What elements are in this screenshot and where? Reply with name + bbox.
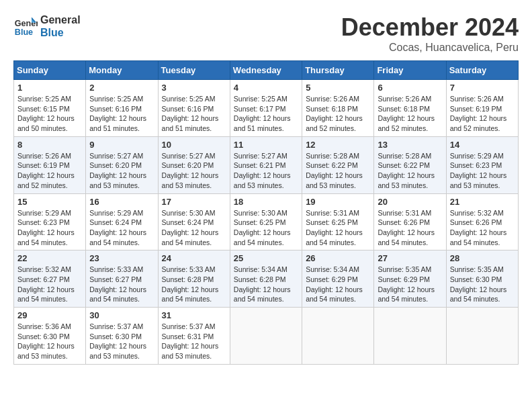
day-number: 6 — [378, 83, 442, 93]
day-info: Sunrise: 5:33 AM Sunset: 6:28 PM Dayligh… — [162, 265, 226, 304]
day-number: 14 — [450, 140, 515, 150]
calendar-cell: 20 Sunrise: 5:31 AM Sunset: 6:26 PM Dayl… — [374, 193, 446, 250]
calendar-cell: 1 Sunrise: 5:25 AM Sunset: 6:15 PM Dayli… — [14, 80, 86, 137]
calendar-cell: 5 Sunrise: 5:26 AM Sunset: 6:18 PM Dayli… — [302, 80, 374, 137]
day-number: 17 — [162, 197, 226, 207]
day-number: 15 — [17, 197, 82, 207]
calendar-cell — [374, 308, 446, 365]
calendar-cell: 14 Sunrise: 5:29 AM Sunset: 6:23 PM Dayl… — [446, 136, 518, 193]
day-number: 28 — [450, 253, 515, 263]
day-number: 25 — [234, 253, 298, 263]
calendar-cell: 8 Sunrise: 5:26 AM Sunset: 6:19 PM Dayli… — [14, 136, 86, 193]
calendar-cell: 28 Sunrise: 5:35 AM Sunset: 6:30 PM Dayl… — [446, 250, 518, 308]
logo-general: General — [40, 13, 81, 26]
calendar-cell: 27 Sunrise: 5:35 AM Sunset: 6:29 PM Dayl… — [374, 250, 446, 308]
day-info: Sunrise: 5:26 AM Sunset: 6:18 PM Dayligh… — [378, 94, 442, 134]
day-info: Sunrise: 5:34 AM Sunset: 6:28 PM Dayligh… — [234, 265, 298, 304]
day-number: 7 — [450, 83, 515, 93]
day-info: Sunrise: 5:27 AM Sunset: 6:20 PM Dayligh… — [162, 151, 226, 191]
day-number: 27 — [378, 253, 442, 263]
day-info: Sunrise: 5:29 AM Sunset: 6:24 PM Dayligh… — [89, 208, 154, 248]
day-number: 13 — [378, 140, 442, 150]
day-number: 20 — [378, 197, 442, 207]
calendar-cell: 12 Sunrise: 5:28 AM Sunset: 6:22 PM Dayl… — [302, 136, 374, 193]
day-info: Sunrise: 5:36 AM Sunset: 6:30 PM Dayligh… — [17, 322, 82, 361]
svg-text:Blue: Blue — [15, 28, 33, 37]
calendar-cell — [230, 308, 302, 365]
day-info: Sunrise: 5:37 AM Sunset: 6:31 PM Dayligh… — [162, 322, 226, 361]
calendar-cell: 24 Sunrise: 5:33 AM Sunset: 6:28 PM Dayl… — [158, 250, 230, 308]
calendar-cell: 31 Sunrise: 5:37 AM Sunset: 6:31 PM Dayl… — [158, 308, 230, 365]
logo-icon: General Blue — [13, 14, 38, 38]
page-header: General Blue General Blue December 2024 … — [13, 13, 519, 54]
calendar-week-5: 29 Sunrise: 5:36 AM Sunset: 6:30 PM Dayl… — [14, 308, 519, 365]
calendar-cell: 3 Sunrise: 5:25 AM Sunset: 6:16 PM Dayli… — [158, 80, 230, 137]
day-number: 21 — [450, 197, 515, 207]
calendar-week-4: 22 Sunrise: 5:32 AM Sunset: 6:27 PM Dayl… — [14, 250, 519, 308]
calendar-cell: 23 Sunrise: 5:33 AM Sunset: 6:27 PM Dayl… — [86, 250, 158, 308]
weekday-header-sunday: Sunday — [14, 61, 86, 80]
day-number: 22 — [17, 253, 82, 263]
day-info: Sunrise: 5:28 AM Sunset: 6:22 PM Dayligh… — [306, 151, 370, 191]
calendar-cell: 21 Sunrise: 5:32 AM Sunset: 6:26 PM Dayl… — [446, 193, 518, 250]
day-number: 5 — [306, 83, 370, 93]
calendar-header-row: SundayMondayTuesdayWednesdayThursdayFrid… — [14, 61, 519, 80]
logo-blue: Blue — [40, 26, 81, 39]
day-number: 30 — [89, 310, 154, 320]
calendar-cell — [446, 308, 518, 365]
calendar-week-1: 1 Sunrise: 5:25 AM Sunset: 6:15 PM Dayli… — [14, 80, 519, 137]
day-info: Sunrise: 5:27 AM Sunset: 6:20 PM Dayligh… — [89, 151, 154, 191]
weekday-header-saturday: Saturday — [446, 61, 518, 80]
logo: General Blue General Blue — [13, 13, 81, 39]
day-info: Sunrise: 5:31 AM Sunset: 6:26 PM Dayligh… — [378, 208, 442, 248]
day-info: Sunrise: 5:26 AM Sunset: 6:19 PM Dayligh… — [450, 94, 515, 134]
day-info: Sunrise: 5:34 AM Sunset: 6:29 PM Dayligh… — [306, 265, 370, 304]
day-number: 4 — [234, 83, 298, 93]
day-info: Sunrise: 5:37 AM Sunset: 6:30 PM Dayligh… — [89, 322, 154, 361]
day-number: 9 — [89, 140, 154, 150]
calendar-cell: 17 Sunrise: 5:30 AM Sunset: 6:24 PM Dayl… — [158, 193, 230, 250]
calendar-cell: 2 Sunrise: 5:25 AM Sunset: 6:16 PM Dayli… — [86, 80, 158, 137]
calendar-cell: 22 Sunrise: 5:32 AM Sunset: 6:27 PM Dayl… — [14, 250, 86, 308]
day-number: 1 — [17, 83, 82, 93]
calendar-cell: 11 Sunrise: 5:27 AM Sunset: 6:21 PM Dayl… — [230, 136, 302, 193]
day-info: Sunrise: 5:32 AM Sunset: 6:27 PM Dayligh… — [17, 265, 82, 304]
weekday-header-tuesday: Tuesday — [158, 61, 230, 80]
location-title: Cocas, Huancavelica, Peru — [341, 42, 519, 54]
calendar-week-2: 8 Sunrise: 5:26 AM Sunset: 6:19 PM Dayli… — [14, 136, 519, 193]
month-title: December 2024 — [341, 13, 519, 42]
day-number: 10 — [162, 140, 226, 150]
day-info: Sunrise: 5:29 AM Sunset: 6:23 PM Dayligh… — [17, 208, 82, 248]
weekday-header-friday: Friday — [374, 61, 446, 80]
calendar-cell: 26 Sunrise: 5:34 AM Sunset: 6:29 PM Dayl… — [302, 250, 374, 308]
day-info: Sunrise: 5:29 AM Sunset: 6:23 PM Dayligh… — [450, 151, 515, 191]
calendar-cell: 19 Sunrise: 5:31 AM Sunset: 6:25 PM Dayl… — [302, 193, 374, 250]
calendar-cell: 25 Sunrise: 5:34 AM Sunset: 6:28 PM Dayl… — [230, 250, 302, 308]
day-info: Sunrise: 5:26 AM Sunset: 6:18 PM Dayligh… — [306, 94, 370, 134]
day-number: 8 — [17, 140, 82, 150]
day-info: Sunrise: 5:35 AM Sunset: 6:29 PM Dayligh… — [378, 265, 442, 304]
calendar-week-3: 15 Sunrise: 5:29 AM Sunset: 6:23 PM Dayl… — [14, 193, 519, 250]
day-number: 29 — [17, 310, 82, 320]
day-number: 12 — [306, 140, 370, 150]
title-area: December 2024 Cocas, Huancavelica, Peru — [341, 13, 519, 54]
day-info: Sunrise: 5:35 AM Sunset: 6:30 PM Dayligh… — [450, 265, 515, 304]
day-number: 31 — [162, 310, 226, 320]
calendar-cell: 7 Sunrise: 5:26 AM Sunset: 6:19 PM Dayli… — [446, 80, 518, 137]
day-info: Sunrise: 5:33 AM Sunset: 6:27 PM Dayligh… — [89, 265, 154, 304]
calendar-cell: 6 Sunrise: 5:26 AM Sunset: 6:18 PM Dayli… — [374, 80, 446, 137]
calendar-cell: 15 Sunrise: 5:29 AM Sunset: 6:23 PM Dayl… — [14, 193, 86, 250]
day-info: Sunrise: 5:32 AM Sunset: 6:26 PM Dayligh… — [450, 208, 515, 248]
day-info: Sunrise: 5:30 AM Sunset: 6:25 PM Dayligh… — [234, 208, 298, 248]
day-number: 16 — [89, 197, 154, 207]
day-number: 19 — [306, 197, 370, 207]
weekday-header-thursday: Thursday — [302, 61, 374, 80]
calendar-cell: 29 Sunrise: 5:36 AM Sunset: 6:30 PM Dayl… — [14, 308, 86, 365]
day-info: Sunrise: 5:30 AM Sunset: 6:24 PM Dayligh… — [162, 208, 226, 248]
calendar-table: SundayMondayTuesdayWednesdayThursdayFrid… — [13, 60, 519, 365]
day-number: 24 — [162, 253, 226, 263]
day-info: Sunrise: 5:26 AM Sunset: 6:19 PM Dayligh… — [17, 151, 82, 191]
day-info: Sunrise: 5:25 AM Sunset: 6:15 PM Dayligh… — [17, 94, 82, 134]
calendar-cell: 4 Sunrise: 5:25 AM Sunset: 6:17 PM Dayli… — [230, 80, 302, 137]
day-number: 26 — [306, 253, 370, 263]
